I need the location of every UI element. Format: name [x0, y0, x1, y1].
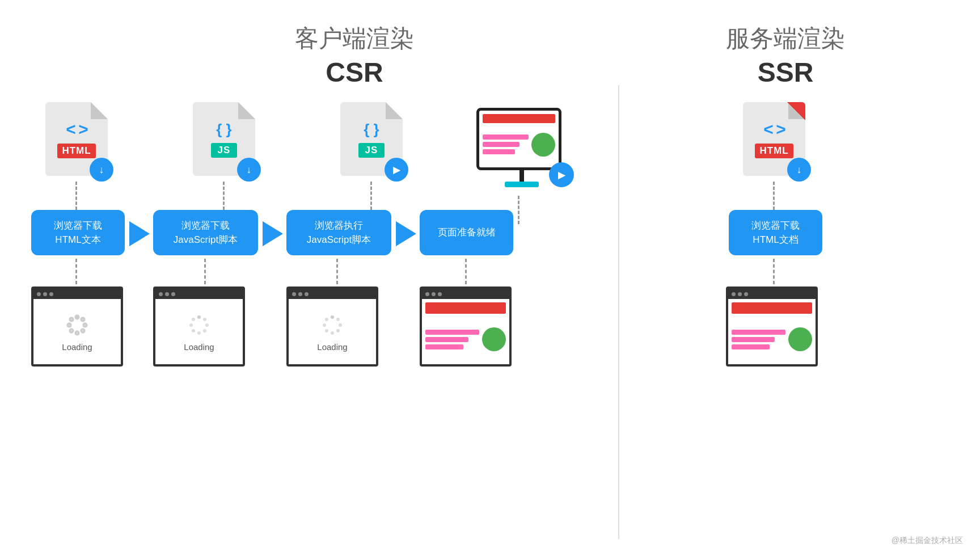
dashed-2: [223, 182, 225, 210]
dashed-1: [75, 182, 77, 210]
dashed-ssr-2: [773, 259, 775, 284]
js-file-icon-2: { } JS ▶: [340, 102, 403, 176]
loading-text-1: Loading: [62, 342, 92, 352]
ssr-chinese-title: 服务端渲染: [726, 23, 845, 54]
loading-text-3: Loading: [317, 342, 347, 352]
svg-point-11: [203, 329, 206, 332]
csr-subtitle: CSR: [295, 57, 414, 88]
download-badge-ssr: ↓: [787, 158, 811, 182]
svg-point-2: [83, 323, 87, 327]
arrow-2: [263, 221, 283, 246]
svg-point-12: [197, 331, 201, 335]
process-box-3-text: 浏览器执行JavaScript脚本: [307, 218, 371, 247]
browser-1: Loading: [31, 287, 123, 367]
svg-point-10: [205, 323, 209, 327]
dashed-ssr-1: [773, 182, 775, 210]
dashed-b4: [465, 259, 467, 284]
svg-point-5: [70, 329, 73, 332]
svg-point-18: [339, 323, 342, 327]
process-box-2: 浏览器下载JavaScript脚本: [153, 210, 258, 255]
monitor-icon: ▶: [476, 108, 567, 193]
process-box-3: 浏览器执行JavaScript脚本: [286, 210, 391, 255]
process-box-4: 页面准备就绪: [420, 210, 513, 255]
spinner-2: [185, 311, 213, 339]
csr-chinese-title: 客户端渲染: [295, 23, 414, 54]
js-file-icon-1: { } JS ↓: [193, 102, 255, 176]
divider: [618, 85, 619, 539]
svg-point-0: [75, 315, 79, 319]
watermark: @稀土掘金技术社区: [892, 536, 963, 546]
svg-point-1: [81, 318, 85, 321]
spinner-3: [319, 311, 346, 339]
svg-point-13: [192, 329, 195, 332]
browser-2: Loading: [153, 287, 245, 367]
process-box-1-text: 浏览器下载HTML文本: [54, 218, 102, 247]
dashed-b2: [204, 259, 206, 284]
html-file-icon-ssr: < > HTML ↓: [743, 102, 805, 176]
dashed-4: [518, 196, 519, 224]
ssr-title-area: 服务端渲染 SSR: [726, 23, 845, 88]
svg-point-15: [192, 318, 195, 321]
html-file-icon-1: < > HTML ↓: [45, 102, 108, 176]
dashed-b3: [336, 259, 338, 284]
svg-point-14: [189, 323, 193, 327]
spinner-1: [64, 311, 91, 339]
process-box-2-text: 浏览器下载JavaScript脚本: [174, 218, 238, 247]
svg-point-4: [75, 331, 79, 335]
arrow-3: [396, 221, 416, 246]
dashed-3: [370, 182, 372, 210]
svg-point-21: [325, 329, 328, 332]
browser-3: Loading: [286, 287, 378, 367]
svg-point-19: [336, 329, 340, 332]
browser-4: [420, 287, 512, 367]
ssr-process-box: 浏览器下载HTML文档: [729, 210, 822, 255]
dashed-b1: [75, 259, 77, 284]
svg-point-23: [325, 318, 328, 321]
download-badge-1: ↓: [90, 158, 113, 182]
csr-title-area: 客户端渲染 CSR: [295, 23, 414, 88]
play-badge: ▶: [385, 158, 408, 182]
ssr-subtitle: SSR: [726, 57, 845, 88]
process-box-1: 浏览器下载HTML文本: [31, 210, 125, 255]
arrow-1: [129, 221, 150, 246]
svg-point-3: [81, 329, 85, 332]
loading-text-2: Loading: [184, 342, 214, 352]
svg-point-20: [331, 331, 334, 335]
svg-point-9: [203, 318, 206, 321]
process-box-4-text: 页面准备就绪: [438, 225, 496, 240]
ssr-process-text: 浏览器下载HTML文档: [751, 218, 800, 247]
svg-point-22: [323, 323, 326, 327]
svg-point-7: [70, 318, 73, 321]
svg-point-6: [67, 323, 71, 327]
browser-ssr: [726, 287, 818, 367]
svg-point-16: [331, 315, 334, 319]
svg-point-17: [336, 318, 340, 321]
svg-point-8: [197, 315, 201, 319]
download-badge-2: ↓: [237, 158, 261, 182]
monitor-play-badge: ▶: [549, 162, 574, 187]
